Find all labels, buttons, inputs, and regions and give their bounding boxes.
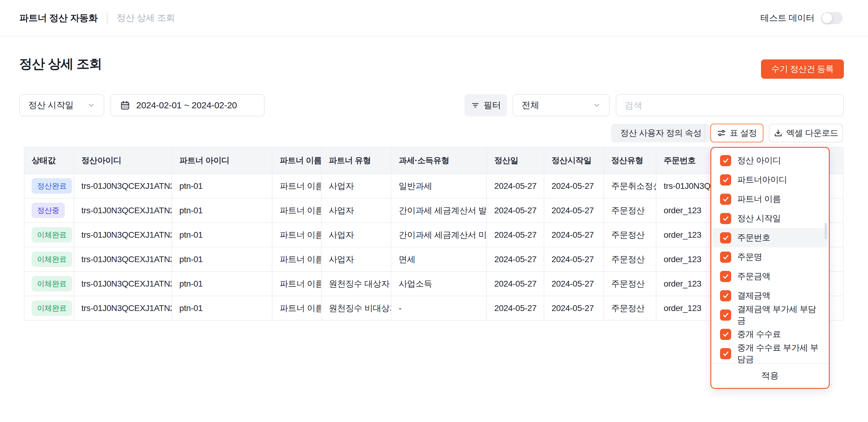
test-data-toggle[interactable]: [821, 12, 843, 24]
cell-settlement-start: 2024-05-27: [544, 198, 604, 223]
cell-settlement-date: 2024-05-27: [487, 296, 544, 320]
cell-tax-income-type: 일반과세: [391, 174, 487, 198]
scope-select-value: 전체: [522, 99, 539, 111]
cell-settlement-id: trs-01J0N3QCEXJ1ATN2: [74, 296, 172, 320]
toggle-knob: [822, 13, 832, 23]
cell-tax-income-type: 사업소득: [391, 272, 487, 296]
column-toggle-brokerage-fee-vat[interactable]: 중개 수수료 부가세 부담금: [712, 344, 828, 363]
col-header-settlement-type[interactable]: 정산유형: [604, 147, 656, 174]
excel-download-label: 엑셀 다운로드: [786, 127, 838, 139]
cell-partner-type: 원천징수 비대상자: [321, 296, 391, 320]
cell-settlement-date: 2024-05-27: [487, 198, 544, 223]
breadcrumb-divider: [107, 12, 107, 24]
cell-partner-type: 사업자: [321, 174, 391, 198]
column-toggle-payment-amount[interactable]: 결제금액: [712, 286, 828, 305]
cell-settlement-type: 주문정산: [604, 223, 656, 247]
cell-settlement-id: trs-01J0N3QCEXJ1ATN2: [74, 174, 172, 198]
cell-partner-id: ptn-01: [172, 296, 272, 320]
top-bar: 파트너 정산 자동화 정산 상세 조회 테스트 데이터: [0, 0, 868, 36]
cell-settlement-id: trs-01J0N3QCEXJ1ATN2: [74, 198, 172, 223]
col-header-settlement-date[interactable]: 정산일: [487, 147, 544, 174]
col-header-partner-name[interactable]: 파트너 이름: [272, 147, 321, 174]
checkbox-checked-icon[interactable]: [720, 271, 731, 282]
cell-tax-income-type: 면세: [391, 247, 487, 272]
search-field[interactable]: [616, 94, 844, 116]
cell-settlement-start: 2024-05-27: [544, 272, 604, 296]
checkbox-checked-icon[interactable]: [720, 309, 731, 321]
table-settings-label: 표 설정: [730, 127, 757, 139]
date-field-select[interactable]: 정산 시작일: [19, 94, 104, 116]
cell-partner-name: 파트너 이름: [272, 296, 321, 320]
cell-settlement-date: 2024-05-27: [487, 223, 544, 247]
cell-partner-type: 사업자: [321, 247, 391, 272]
manual-settlement-register-button[interactable]: 수기 정산건 등록: [761, 59, 844, 79]
cell-partner-name: 파트너 이름: [272, 272, 321, 296]
cell-partner-id: ptn-01: [172, 223, 272, 247]
column-toggle-order-amount[interactable]: 주문금액: [712, 266, 828, 286]
col-header-tax-income-type[interactable]: 과세·소득유형: [391, 147, 487, 174]
checkbox-checked-icon[interactable]: [720, 213, 731, 224]
col-header-settlement-id[interactable]: 정산아이디: [74, 147, 172, 174]
search-input[interactable]: [625, 101, 835, 110]
col-header-settlement-start[interactable]: 정산시작일: [544, 147, 604, 174]
chevron-down-icon: [87, 101, 95, 109]
column-toggle-list: 정산 아이디 파트너아이디 파트너 이름 정산 시작일 주문번호 주문명: [711, 148, 829, 363]
column-toggle-order-name[interactable]: 주문명: [712, 247, 828, 266]
excel-download-button[interactable]: 엑셀 다운로드: [769, 124, 843, 142]
col-header-status[interactable]: 상태값: [24, 147, 74, 174]
calendar-icon: [120, 100, 130, 110]
custom-attributes-button[interactable]: 정산 사용자 정의 속성: [611, 124, 710, 142]
checkbox-checked-icon[interactable]: [720, 252, 731, 263]
status-badge: 이체완료: [32, 301, 72, 316]
cell-settlement-start: 2024-05-27: [544, 223, 604, 247]
cell-settlement-id: trs-01J0N3QCEXJ1ATN2: [74, 272, 172, 296]
checkbox-checked-icon[interactable]: [720, 232, 731, 244]
checkbox-checked-icon[interactable]: [720, 290, 731, 301]
cell-partner-name: 파트너 이름: [272, 174, 321, 198]
status-badge: 이체완료: [32, 227, 72, 243]
cell-partner-type: 사업자: [321, 198, 391, 223]
status-badge: 정산중: [32, 203, 65, 218]
checkbox-checked-icon[interactable]: [720, 348, 731, 359]
date-field-select-value: 정산 시작일: [28, 99, 73, 111]
checkbox-checked-icon[interactable]: [720, 194, 731, 205]
cell-settlement-date: 2024-05-27: [487, 272, 544, 296]
column-toggle-brokerage-fee[interactable]: 중개 수수료: [712, 325, 828, 344]
column-toggle-partner-name[interactable]: 파트너 이름: [712, 190, 828, 209]
column-toggle-settlement-id[interactable]: 정산 아이디: [712, 151, 828, 170]
table-settings-button[interactable]: 표 설정: [710, 124, 764, 142]
cell-partner-name: 파트너 이름: [272, 198, 321, 223]
status-badge: 정산완료: [32, 178, 72, 194]
cell-partner-name: 파트너 이름: [272, 223, 321, 247]
checkbox-checked-icon[interactable]: [720, 155, 731, 166]
panel-scrollbar-thumb[interactable]: [825, 223, 827, 239]
col-header-partner-id[interactable]: 파트너 아이디: [172, 147, 272, 174]
checkbox-checked-icon[interactable]: [720, 329, 731, 340]
column-toggle-settlement-start[interactable]: 정산 시작일: [712, 209, 828, 228]
cell-settlement-type: 주문정산: [604, 296, 656, 320]
app-title: 파트너 정산 자동화: [19, 12, 98, 24]
checkbox-checked-icon[interactable]: [720, 174, 731, 186]
toolbar-divider: [704, 124, 705, 141]
cell-settlement-type: 주문정산: [604, 198, 656, 223]
column-toggle-partner-id[interactable]: 파트너아이디: [712, 170, 828, 190]
cell-settlement-start: 2024-05-27: [544, 174, 604, 198]
cell-settlement-date: 2024-05-27: [487, 174, 544, 198]
date-range-button[interactable]: 2024-02-01 ~ 2024-02-20: [110, 94, 265, 116]
filter-button-label: 필터: [484, 99, 501, 111]
breadcrumb: 정산 상세 조회: [117, 12, 175, 24]
test-data-label: 테스트 데이터: [761, 12, 814, 24]
column-toggle-order-no[interactable]: 주문번호: [712, 228, 828, 247]
cell-partner-id: ptn-01: [172, 247, 272, 272]
chevron-down-icon: [593, 101, 601, 109]
cell-settlement-start: 2024-05-27: [544, 296, 604, 320]
page: 파트너 정산 자동화 정산 상세 조회 테스트 데이터 정산 상세 조회 수기 …: [0, 0, 868, 422]
scope-select[interactable]: 전체: [513, 94, 610, 116]
cell-tax-income-type: -: [391, 296, 487, 320]
column-toggle-payment-vat[interactable]: 결제금액 부가세 부담금: [712, 305, 828, 325]
col-header-partner-type[interactable]: 파트너 유형: [321, 147, 391, 174]
cell-settlement-id: trs-01J0N3QCEXJ1ATN2: [74, 223, 172, 247]
apply-button[interactable]: 적용: [711, 363, 829, 388]
cell-settlement-start: 2024-05-27: [544, 247, 604, 272]
filter-button[interactable]: 필터: [464, 94, 507, 116]
